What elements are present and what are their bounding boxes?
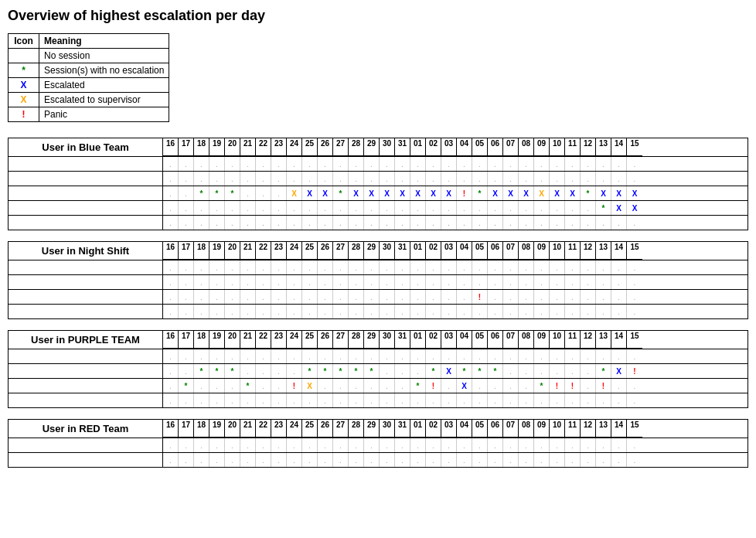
data-cell: X — [441, 364, 457, 378]
day-label: 10 — [550, 138, 565, 156]
row-label — [9, 275, 163, 289]
row-cells: ............................... — [163, 216, 747, 230]
data-cell: . — [333, 290, 349, 304]
data-cell: . — [627, 453, 642, 467]
data-cell: . — [256, 275, 271, 289]
table-row: ............................... — [9, 349, 747, 363]
data-cell: . — [426, 260, 441, 274]
data-cell: . — [287, 216, 302, 230]
row-cells: .*...*..!X......*!.X....*!!.!.. — [163, 379, 747, 393]
data-cell: . — [581, 275, 596, 289]
data-cell: . — [457, 172, 472, 186]
data-cell: . — [426, 393, 441, 407]
row-label — [9, 453, 163, 467]
data-cell: . — [287, 157, 302, 171]
day-label: 03 — [441, 331, 457, 349]
day-label: 17 — [179, 420, 194, 438]
data-cell: . — [333, 438, 349, 452]
row-cells: ............................... — [163, 275, 747, 289]
data-cell: . — [611, 379, 627, 393]
day-label: 07 — [503, 420, 519, 438]
day-label: 18 — [194, 242, 209, 260]
data-cell: . — [163, 364, 179, 378]
data-cell: . — [349, 157, 364, 171]
day-label: 25 — [302, 420, 318, 438]
day-label: 01 — [410, 420, 426, 438]
data-cell: . — [410, 393, 426, 407]
data-cell: * — [225, 364, 240, 378]
data-cell: . — [395, 172, 410, 186]
day-label: 04 — [457, 138, 472, 156]
data-cell: . — [194, 201, 209, 215]
data-cell: . — [302, 290, 318, 304]
data-cell: . — [163, 216, 179, 230]
day-label: 06 — [488, 138, 503, 156]
data-cell: . — [349, 349, 364, 363]
day-label: 26 — [318, 242, 333, 260]
data-cell: . — [225, 290, 240, 304]
section-3: User in RED Team161718192021222324252627… — [8, 419, 748, 468]
day-label: 07 — [503, 331, 519, 349]
page-title: Overview of highest escalation per day — [8, 8, 748, 24]
data-cell: . — [627, 172, 642, 186]
data-cell: . — [519, 260, 534, 274]
data-cell: . — [611, 393, 627, 407]
data-cell: . — [349, 393, 364, 407]
day-label: 15 — [627, 138, 642, 156]
data-cell: . — [240, 438, 256, 452]
day-label: 28 — [349, 242, 364, 260]
day-label: 29 — [364, 242, 380, 260]
day-label: 21 — [240, 242, 256, 260]
data-cell: . — [256, 201, 271, 215]
data-cell: . — [581, 216, 596, 230]
data-cell: . — [472, 393, 488, 407]
data-cell: . — [240, 349, 256, 363]
day-label: 14 — [611, 138, 627, 156]
data-cell: . — [441, 290, 457, 304]
data-cell: . — [240, 201, 256, 215]
data-cell: . — [519, 216, 534, 230]
day-label: 09 — [534, 331, 550, 349]
data-cell: . — [271, 290, 287, 304]
data-cell: . — [179, 349, 194, 363]
data-cell: . — [534, 364, 550, 378]
day-label: 17 — [179, 242, 194, 260]
data-cell: . — [457, 349, 472, 363]
data-cell: ! — [426, 379, 441, 393]
data-cell: . — [194, 305, 209, 318]
data-cell: * — [426, 364, 441, 378]
day-label: 05 — [472, 138, 488, 156]
data-cell: . — [179, 305, 194, 318]
day-label: 05 — [472, 331, 488, 349]
data-cell: . — [225, 379, 240, 393]
data-cell: . — [488, 275, 503, 289]
data-cell: . — [380, 260, 395, 274]
data-cell: . — [441, 453, 457, 467]
data-cell: X — [611, 201, 627, 215]
data-cell: . — [349, 453, 364, 467]
table-row: ............................... — [9, 260, 747, 274]
day-label: 27 — [333, 242, 349, 260]
data-cell: * — [225, 186, 240, 200]
section-header-0: User in Blue Team16171819202122232425262… — [9, 138, 747, 156]
data-cell: ! — [565, 379, 581, 393]
data-cell: . — [519, 349, 534, 363]
data-cell: . — [457, 290, 472, 304]
data-cell: . — [318, 216, 333, 230]
data-cell: . — [225, 157, 240, 171]
data-cell: . — [534, 275, 550, 289]
row-cells: ............................... — [163, 260, 747, 274]
data-cell: . — [488, 379, 503, 393]
data-cell: . — [596, 260, 611, 274]
day-label: 26 — [318, 420, 333, 438]
data-cell: . — [380, 364, 395, 378]
data-cell: . — [534, 453, 550, 467]
data-cell: . — [550, 172, 565, 186]
data-cell: . — [565, 275, 581, 289]
data-cell: . — [472, 216, 488, 230]
data-cell: . — [565, 172, 581, 186]
data-cell: . — [287, 453, 302, 467]
day-label: 16 — [163, 331, 179, 349]
data-cell: . — [163, 349, 179, 363]
data-cell: . — [534, 157, 550, 171]
